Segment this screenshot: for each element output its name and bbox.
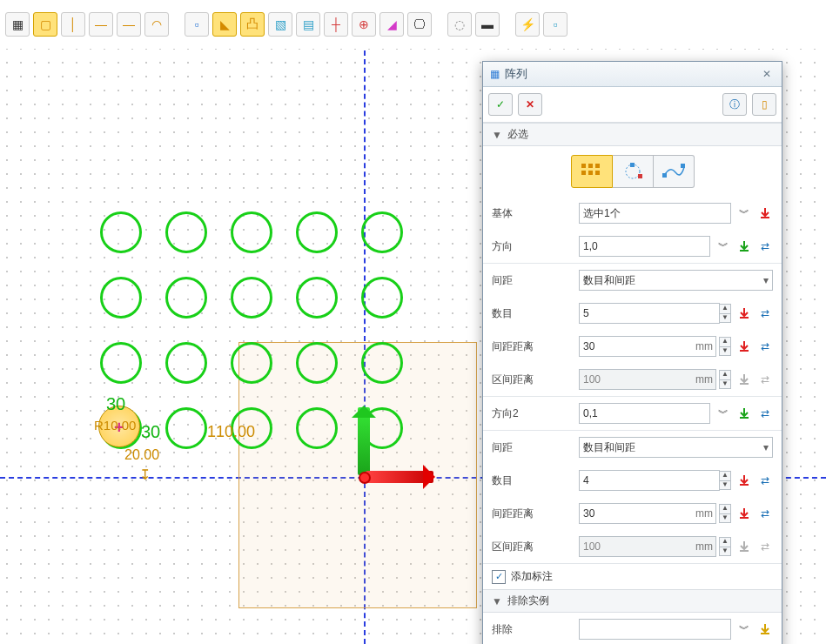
- base-pick-button[interactable]: [757, 205, 773, 221]
- exclude-field[interactable]: [579, 619, 731, 640]
- pattern-type-circular[interactable]: [613, 155, 654, 188]
- dialog-titlebar[interactable]: ▦ 阵列 ✕: [483, 62, 782, 87]
- range2-flip-button: ⇄: [757, 539, 773, 554]
- add-annotation-label: 添加标注: [511, 569, 553, 584]
- pattern-circle[interactable]: [100, 342, 142, 384]
- tool-extra-icon[interactable]: ▫: [543, 12, 567, 37]
- pattern-circle[interactable]: [231, 277, 272, 319]
- layers-button[interactable]: ▯: [752, 93, 776, 116]
- pattern-circle[interactable]: [296, 211, 338, 253]
- svg-rect-3: [581, 171, 586, 175]
- tool-hline-icon[interactable]: —: [117, 12, 141, 37]
- dir1-expand-icon[interactable]: ︾: [715, 239, 731, 254]
- pattern-circle[interactable]: [361, 342, 403, 384]
- tool-black-rect-icon[interactable]: ▬: [475, 12, 500, 37]
- tool-box-icon[interactable]: ▢: [33, 12, 57, 37]
- count1-flip-button[interactable]: ⇄: [757, 305, 773, 321]
- ok-button[interactable]: ✓: [488, 93, 513, 116]
- dir1-pick-button[interactable]: [736, 238, 752, 254]
- tool-target-icon[interactable]: ⊕: [352, 12, 376, 37]
- tool-lightning-icon[interactable]: ⚡: [515, 12, 540, 37]
- check-icon: ✓: [495, 571, 503, 582]
- exclude-expand-icon[interactable]: ︾: [736, 622, 752, 637]
- dim-x-text: 30: [141, 422, 160, 442]
- tool-sheet1-icon[interactable]: ▧: [268, 12, 292, 37]
- dialog-close-icon[interactable]: ✕: [759, 68, 775, 80]
- tool-eraser-icon[interactable]: ◢: [379, 12, 404, 37]
- pitch1-pick-button[interactable]: [736, 339, 752, 354]
- count1-field[interactable]: 5: [579, 303, 720, 324]
- pattern-circle[interactable]: [296, 277, 338, 319]
- pattern-circle[interactable]: [296, 342, 338, 384]
- dir2-field[interactable]: 0,1: [579, 403, 710, 424]
- count1-pick-button[interactable]: [736, 305, 752, 321]
- tool-arc-icon[interactable]: ◠: [144, 12, 169, 37]
- exclude-pick-button[interactable]: [757, 621, 773, 637]
- dir2-flip-button[interactable]: ⇄: [757, 406, 773, 421]
- pattern-circle[interactable]: [165, 277, 207, 319]
- dir2-pick-button[interactable]: [736, 406, 752, 421]
- pitch1-field[interactable]: 30: [579, 336, 716, 357]
- row-pitch1: 间距距离 30 mm ▲▼ ⇄: [483, 330, 782, 363]
- tool-cross-icon[interactable]: ┼: [324, 12, 348, 37]
- pitch2-field[interactable]: 30: [579, 503, 716, 524]
- pitch1-stepper[interactable]: ▲▼: [719, 337, 731, 356]
- pitch2-flip-button[interactable]: ⇄: [757, 506, 773, 521]
- row-add-annotation[interactable]: ✓ 添加标注: [483, 563, 782, 589]
- tool-display-icon[interactable]: 🖵: [407, 12, 432, 37]
- pattern-circle[interactable]: [100, 211, 142, 253]
- pattern-circle[interactable]: [165, 407, 207, 449]
- pattern-circle[interactable]: [361, 211, 403, 253]
- svg-rect-15: [740, 383, 749, 385]
- add-annotation-checkbox[interactable]: ✓: [492, 570, 506, 584]
- pattern-type-path[interactable]: [654, 155, 695, 188]
- pattern-circle[interactable]: [296, 407, 338, 449]
- spacing2-field[interactable]: 数目和间距 ▾: [579, 437, 773, 458]
- pattern-circle[interactable]: [100, 277, 142, 319]
- tool-grid-icon[interactable]: ▦: [5, 12, 30, 37]
- dir2-value-text: 0,1: [583, 407, 598, 419]
- range1-label: 区间距离: [492, 372, 574, 387]
- dir1-flip-button[interactable]: ⇄: [757, 238, 773, 254]
- tool-dotted-circle-icon[interactable]: ◌: [447, 12, 472, 37]
- dir1-field[interactable]: 1,0: [579, 236, 710, 257]
- tool-angle-icon[interactable]: ◣: [212, 12, 237, 37]
- tool-sheet2-icon[interactable]: ▤: [296, 12, 320, 37]
- pitch2-value-text: 30: [583, 507, 594, 520]
- tool-step-icon[interactable]: 凸: [240, 12, 265, 37]
- axis-x-arrow-icon: [366, 471, 433, 483]
- tool-vline-icon[interactable]: │: [61, 12, 85, 37]
- section-required-header[interactable]: ▼ 必选: [483, 123, 782, 146]
- pattern-circle[interactable]: [361, 277, 403, 319]
- pattern-circle[interactable]: [231, 342, 272, 384]
- svg-rect-18: [740, 517, 749, 519]
- info-button[interactable]: ⓘ: [722, 93, 747, 116]
- count2-label: 数目: [492, 473, 574, 488]
- pattern-circle[interactable]: [165, 211, 207, 253]
- count2-stepper[interactable]: ▲▼: [719, 471, 731, 490]
- tool-line-icon[interactable]: —: [89, 12, 113, 37]
- spacing1-label: 间距: [492, 273, 574, 288]
- dir2-expand-icon[interactable]: ︾: [715, 406, 731, 421]
- count1-label: 数目: [492, 306, 574, 321]
- pitch2-stepper[interactable]: ▲▼: [719, 504, 731, 523]
- count1-stepper[interactable]: ▲▼: [719, 304, 731, 323]
- svg-rect-7: [630, 163, 635, 167]
- pattern-circle[interactable]: [165, 342, 207, 384]
- cancel-button[interactable]: ✕: [518, 93, 542, 116]
- tool-node-icon[interactable]: ▫: [185, 12, 209, 37]
- count2-pick-button[interactable]: [736, 473, 752, 488]
- pitch1-flip-button[interactable]: ⇄: [757, 339, 773, 354]
- spacing1-field[interactable]: 数目和间距 ▾: [579, 270, 773, 291]
- pattern-circle[interactable]: [231, 211, 272, 253]
- section-exclude-header[interactable]: ▼ 排除实例: [483, 589, 782, 613]
- spacing2-value-text: 数目和间距: [583, 440, 635, 455]
- dim-radius-text: R10.00: [94, 418, 136, 433]
- base-expand-icon[interactable]: ︾: [736, 206, 752, 221]
- pattern-type-linear[interactable]: [571, 155, 613, 188]
- count2-flip-button[interactable]: ⇄: [757, 473, 773, 488]
- pitch2-pick-button[interactable]: [736, 506, 752, 521]
- count2-field[interactable]: 4: [579, 470, 720, 491]
- pattern-type-row: [483, 146, 782, 197]
- base-field[interactable]: 选中1个: [579, 203, 731, 224]
